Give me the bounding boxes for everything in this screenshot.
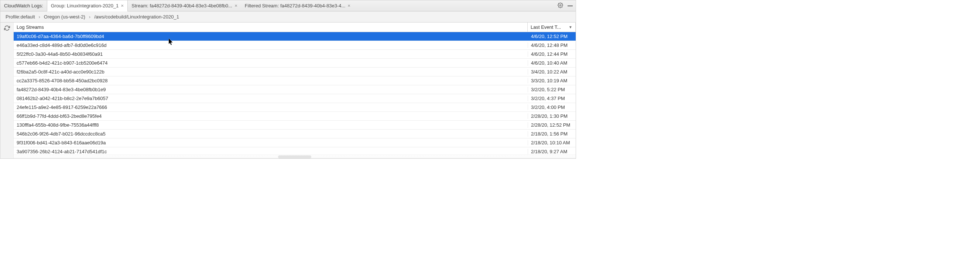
cell-stream-id: 19af0c06-d7aa-4364-ba6d-7b0ff8609bd4 xyxy=(14,33,528,39)
breadcrumb-sep: › xyxy=(88,14,91,19)
horizontal-scrollbar[interactable] xyxy=(14,155,576,158)
table-row[interactable]: 24efe115-a9e2-4e85-8917-6259e22a76663/2/… xyxy=(14,103,576,112)
cell-last-event-time: 2/18/20, 9:27 AM xyxy=(528,149,576,154)
cell-stream-id: c577eb66-b4d2-421c-b907-1cb5200e6474 xyxy=(14,60,528,66)
scrollbar-thumb[interactable] xyxy=(278,155,311,158)
cell-last-event-time: 4/6/20, 12:48 PM xyxy=(528,43,576,48)
cell-last-event-time: 4/6/20, 12:44 PM xyxy=(528,51,576,57)
cell-stream-id: 66ff1b9d-77fd-4ddd-bf63-2bed8e795fe4 xyxy=(14,113,528,119)
table-row[interactable]: c577eb66-b4d2-421c-b907-1cb5200e64744/6/… xyxy=(14,59,576,68)
cell-last-event-time: 4/6/20, 10:40 AM xyxy=(528,60,576,66)
table-row[interactable]: 081462b2-a042-421b-b8c2-2e7e9a7b60573/2/… xyxy=(14,94,576,103)
table-row[interactable]: 19af0c06-d7aa-4364-ba6d-7b0ff8609bd44/6/… xyxy=(14,32,576,41)
table-row[interactable]: 130fffa4-655b-408d-9fbe-75536a44fff82/28… xyxy=(14,121,576,129)
cell-stream-id: 081462b2-a042-421b-b8c2-2e7e9a7b6057 xyxy=(14,96,528,101)
cell-stream-id: f26ba2a5-0c8f-421c-a40d-acc0e90c122b xyxy=(14,69,528,75)
tab-label: Stream: fa48272d-8439-40b4-83e3-4be08fb0… xyxy=(132,3,232,8)
cell-last-event-time: 3/4/20, 10:22 AM xyxy=(528,69,576,75)
tab-label: Group: LinuxIntegration-2020_1 xyxy=(51,3,119,8)
table-row[interactable]: cc2a3375-8526-4708-bb58-450ad2bc09283/3/… xyxy=(14,77,576,85)
cell-stream-id: 9f31f006-bd41-42a3-b843-616aae06d19a xyxy=(14,140,528,145)
panel-title: CloudWatch Logs: xyxy=(0,3,47,8)
cell-last-event-time: 2/18/20, 10:10 AM xyxy=(528,140,576,145)
cell-stream-id: 130fffa4-655b-408d-9fbe-75536a44fff8 xyxy=(14,122,528,128)
breadcrumb-profile: Profile:default xyxy=(5,14,36,19)
tabs: Group: LinuxIntegration-2020_1 ✕ Stream:… xyxy=(47,0,355,11)
cell-last-event-time: 3/2/20, 5:22 PM xyxy=(528,87,576,92)
breadcrumb-region[interactable]: Oregon (us-west-2) xyxy=(43,14,86,19)
breadcrumb-bar: Profile:default › Oregon (us-west-2) › /… xyxy=(0,11,576,22)
table-row[interactable]: 546b2c06-9f26-4db7-b021-96dccdcc8ca52/18… xyxy=(14,129,576,139)
close-icon[interactable]: ✕ xyxy=(121,4,124,8)
close-icon[interactable]: ✕ xyxy=(234,4,237,8)
table-row[interactable]: e46a33ed-c8d4-489d-afb7-8d0d0e6c916d4/6/… xyxy=(14,41,576,50)
column-headers: Log Streams Last Event T... ▼ xyxy=(14,22,576,32)
tab-filtered-stream[interactable]: Filtered Stream: fa48272d-8439-40b4-83e3… xyxy=(241,0,354,11)
header-bar: CloudWatch Logs: Group: LinuxIntegration… xyxy=(0,0,576,11)
mouse-cursor-icon xyxy=(169,38,173,44)
table-row[interactable]: 9f31f006-bd41-42a3-b843-616aae06d19a2/18… xyxy=(14,139,576,147)
column-header-label: Last Event T... xyxy=(531,24,561,30)
tab-stream[interactable]: Stream: fa48272d-8439-40b4-83e3-4be08fb0… xyxy=(128,0,241,11)
table-row[interactable]: 66ff1b9d-77fd-4ddd-bf63-2bed8e795fe42/28… xyxy=(14,112,576,121)
minimize-icon[interactable] xyxy=(568,6,573,6)
refresh-button[interactable] xyxy=(2,23,12,33)
cell-stream-id: 546b2c06-9f26-4db7-b021-96dccdcc8ca5 xyxy=(14,131,528,137)
breadcrumb-sep: › xyxy=(38,14,41,19)
cell-last-event-time: 2/18/20, 1:56 PM xyxy=(528,131,576,137)
table-row[interactable]: 5f22ffc0-3a30-44a6-8b50-4b0834f60a914/6/… xyxy=(14,50,576,59)
cell-last-event-time: 3/2/20, 4:00 PM xyxy=(528,105,576,110)
log-streams-table: Log Streams Last Event T... ▼ 19af0c06-d… xyxy=(14,22,576,158)
cell-last-event-time: 3/3/20, 10:19 AM xyxy=(528,78,576,83)
table-row[interactable]: f26ba2a5-0c8f-421c-a40d-acc0e90c122b3/4/… xyxy=(14,68,576,77)
table-row[interactable]: fa48272d-8439-40b4-83e3-4be08fb0b1e93/2/… xyxy=(14,85,576,94)
tab-group[interactable]: Group: LinuxIntegration-2020_1 ✕ xyxy=(47,0,128,11)
column-header-streams[interactable]: Log Streams xyxy=(14,22,528,32)
cell-last-event-time: 2/28/20, 12:52 PM xyxy=(528,122,576,128)
cloudwatch-logs-window: CloudWatch Logs: Group: LinuxIntegration… xyxy=(0,0,576,159)
cell-stream-id: 5f22ffc0-3a30-44a6-8b50-4b0834f60a91 xyxy=(14,51,528,57)
cell-stream-id: e46a33ed-c8d4-489d-afb7-8d0d0e6c916d xyxy=(14,43,528,48)
breadcrumb-log-group[interactable]: /aws/codebuild/LinuxIntegration-2020_1 xyxy=(94,14,180,19)
column-header-label: Log Streams xyxy=(17,24,44,30)
header-right xyxy=(558,3,576,9)
cell-last-event-time: 3/2/20, 4:37 PM xyxy=(528,96,576,101)
cell-stream-id: 3a907356-26b2-4124-ab21-7147d541df1c xyxy=(14,149,528,154)
table-rows: 19af0c06-d7aa-4364-ba6d-7b0ff8609bd44/6/… xyxy=(14,32,576,158)
column-header-time[interactable]: Last Event T... ▼ xyxy=(528,22,576,32)
svg-point-0 xyxy=(560,5,561,6)
content-area: Log Streams Last Event T... ▼ 19af0c06-d… xyxy=(0,22,576,158)
cell-last-event-time: 4/6/20, 12:52 PM xyxy=(528,33,576,39)
close-icon[interactable]: ✕ xyxy=(347,4,350,8)
tab-label: Filtered Stream: fa48272d-8439-40b4-83e3… xyxy=(245,3,345,8)
cell-last-event-time: 2/28/20, 1:30 PM xyxy=(528,113,576,119)
gear-icon[interactable] xyxy=(558,3,563,9)
left-gutter xyxy=(0,22,14,158)
cell-stream-id: fa48272d-8439-40b4-83e3-4be08fb0b1e9 xyxy=(14,87,528,92)
cell-stream-id: cc2a3375-8526-4708-bb58-450ad2bc0928 xyxy=(14,78,528,83)
cell-stream-id: 24efe115-a9e2-4e85-8917-6259e22a7666 xyxy=(14,105,528,110)
sort-desc-icon: ▼ xyxy=(569,25,572,29)
